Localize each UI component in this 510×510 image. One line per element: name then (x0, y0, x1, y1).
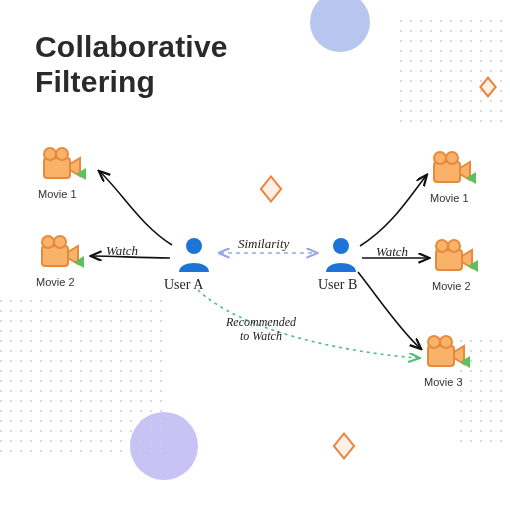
movie-right-3-label: Movie 3 (424, 376, 463, 388)
movie-right-2-label: Movie 2 (432, 280, 471, 292)
page-title: Collaborative Filtering (35, 30, 228, 99)
edge-userb-movie1 (360, 176, 426, 246)
edge-label-similarity: Similarity (238, 236, 289, 252)
svg-point-0 (186, 238, 202, 254)
decor-dots-bottom-left (0, 300, 170, 460)
edge-label-watch-right: Watch (376, 244, 408, 260)
edge-label-recommended: Recommended to Watch (226, 316, 296, 344)
user-b-icon (322, 236, 360, 278)
rec-line-2: to Watch (226, 330, 296, 344)
movie-left-2-label: Movie 2 (36, 276, 75, 288)
movie-left-1-icon (38, 146, 86, 188)
title-line-2: Filtering (35, 65, 228, 100)
decor-diamond-icon (333, 432, 356, 460)
movie-left-1-label: Movie 1 (38, 188, 77, 200)
decor-circle-blue (310, 0, 370, 52)
diagram-canvas: Collaborative Filtering User A User B Mo… (0, 0, 510, 510)
movie-right-3-icon (422, 334, 470, 376)
rec-line-1: Recommended (226, 316, 296, 330)
title-line-1: Collaborative (35, 30, 228, 65)
edge-label-watch-left: Watch (106, 243, 138, 259)
movie-right-1-icon (428, 150, 476, 192)
edge-userb-movie3 (358, 272, 420, 348)
user-a-label: User A (164, 277, 203, 293)
decor-dots-top-right (400, 20, 510, 130)
movie-right-2-icon (430, 238, 478, 280)
decor-diamond-icon (260, 175, 283, 203)
movie-right-1-label: Movie 1 (430, 192, 469, 204)
user-a-icon (175, 236, 213, 278)
edge-usera-movie1 (100, 172, 172, 245)
svg-point-1 (333, 238, 349, 254)
user-b-label: User B (318, 277, 357, 293)
movie-left-2-icon (36, 234, 84, 276)
